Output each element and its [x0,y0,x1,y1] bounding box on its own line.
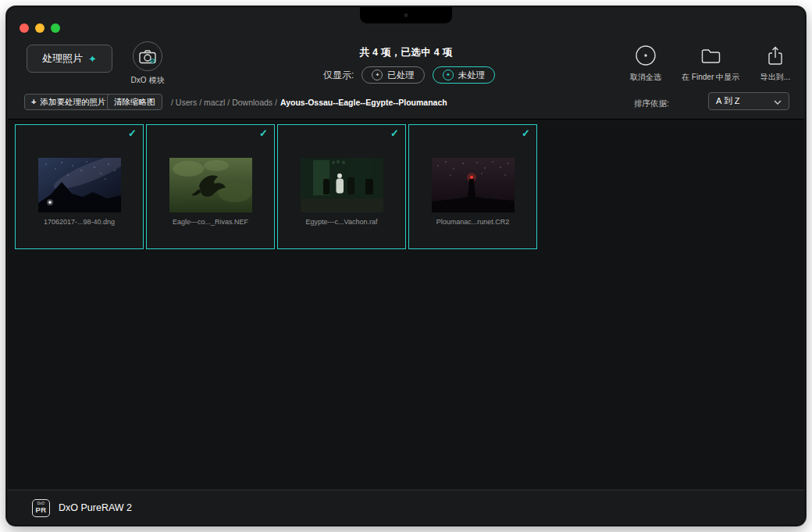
clear-thumbnails-label: 清除缩略图 [114,97,155,108]
footer-bar: DxO PR DxO PureRAW 2 [7,490,805,525]
sparkle-circle-icon: ✦ [372,70,383,80]
filter-label: 仅显示: [323,69,354,82]
add-photos-label: 添加要处理的照片 [40,97,105,108]
sparkle-circle-icon: ✦ [443,70,454,80]
photo-browser: ✓ [8,119,804,489]
add-photos-button[interactable]: + 添加要处理的照片 [24,94,112,110]
zoom-window-button[interactable] [51,23,60,33]
filter-bar: 仅显示: ✦ 已处理 ✦ 未处理 [323,66,495,84]
export-label: 导出到... [760,72,790,83]
breadcrumb-current-folder: Ayous-Ossau--Eagle--Egypte--Ploumanach [280,98,447,107]
clear-thumbnails-button[interactable]: 清除缩略图 [107,94,162,110]
photo-filename: Egypte---c...Vachon.raf [278,218,405,226]
photo-filename: Eagle---co..._Rivas.NEF [147,218,274,226]
photo-item-1[interactable]: ✓ [15,124,144,249]
sort-by-label: 排序依据: [634,98,669,109]
deselect-all-label: 取消全选 [630,72,661,83]
export-button[interactable]: 导出到... [757,44,794,83]
export-share-icon [766,44,785,67]
selected-check-icon[interactable]: ✓ [390,127,399,139]
photo-filename: Ploumanac...runet.CR2 [409,218,536,226]
dxo-module-label: DxO 模块 [124,75,171,86]
thumbnail-lighthouse-night [432,158,515,212]
close-window-button[interactable] [20,23,29,33]
filter-processed-label: 已处理 [387,70,415,81]
app-name: DxO PureRAW 2 [59,502,132,513]
chevron-down-icon [774,97,782,106]
window-controls [20,23,60,33]
app-window: 处理照片 ✦ DxO 模块 共 4 项，已选中 4 项 仅显示: ✦ 已处理 [6,6,806,526]
dxo-pureraw-logo-icon: DxO PR [32,499,50,517]
photo-item-4[interactable]: ✓ [408,124,537,249]
toolbar-actions: 取消全选 在 Finder 中显示 导出到... [627,44,794,83]
selected-check-icon[interactable]: ✓ [522,127,530,139]
filter-unprocessed-button[interactable]: ✦ 未处理 [433,66,496,84]
photo-item-2[interactable]: ✓ Eagle---co..._R [146,124,275,249]
thumbnail-night-landscape [38,158,121,212]
sort-order-dropdown[interactable]: A 到 Z [708,92,789,110]
plus-icon: + [31,98,36,106]
thumbnail-street-scene [301,158,383,212]
photo-item-3[interactable]: ✓ [277,124,406,249]
breadcrumb: / Users / maczl / Downloads /Ayous-Ossau… [171,98,447,107]
minimize-window-button[interactable] [35,23,45,33]
filter-processed-button[interactable]: ✦ 已处理 [361,66,425,84]
folder-icon [700,44,721,67]
selected-check-icon[interactable]: ✓ [259,127,268,139]
thumbnail-eagle-forest [169,158,252,212]
show-in-finder-button[interactable]: 在 Finder 中显示 [682,44,739,83]
show-in-finder-label: 在 Finder 中显示 [682,72,739,83]
deselect-all-button[interactable]: 取消全选 [627,44,664,83]
logo-main-text: PR [36,506,47,514]
filter-unprocessed-label: 未处理 [458,70,486,81]
page-background: 处理照片 ✦ DxO 模块 共 4 项，已选中 4 项 仅显示: ✦ 已处理 [0,0,812,532]
camera-notch [360,7,452,23]
thumbnail-grid: ✓ [8,120,804,249]
sort-order-value: A 到 Z [716,95,740,107]
deselect-circle-icon [635,44,657,67]
webcam-dot-icon [404,13,408,17]
selected-check-icon[interactable]: ✓ [128,127,137,139]
photo-filename: 17062017-...98-40.dng [16,218,143,226]
breadcrumb-path: / Users / maczl / Downloads / [171,98,277,107]
